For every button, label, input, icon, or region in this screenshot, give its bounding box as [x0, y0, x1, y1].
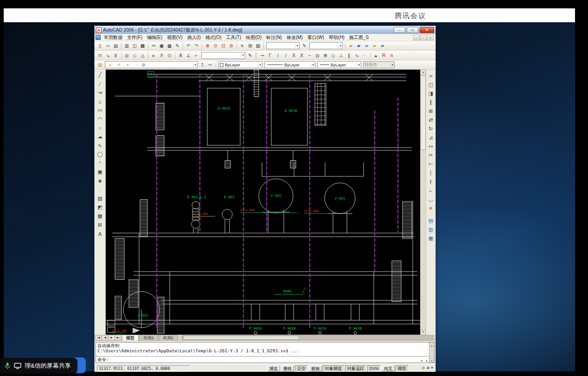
copy-button[interactable]: ◫	[426, 80, 435, 89]
osnap-midpoint-icon[interactable]: /	[282, 52, 290, 59]
osnap-from-icon[interactable]: Γ	[266, 52, 274, 59]
status-toggle-栅格[interactable]: 栅格	[281, 365, 294, 371]
open-button[interactable]: ▱	[104, 42, 112, 50]
tab-模型[interactable]: 模型	[122, 335, 139, 341]
fillet-button[interactable]: ◡	[426, 195, 435, 204]
menu-item-10[interactable]: 窗口(W)	[305, 34, 326, 41]
horizontal-scrollbar[interactable]	[182, 335, 434, 340]
cut-button[interactable]: ✂	[150, 42, 158, 50]
redline-icon[interactable]: R	[380, 52, 388, 59]
title-bar[interactable]: A AutoCAD 2006 - [G:\广石化(6)20240427聚源\6-…	[95, 26, 435, 34]
sheet-icon-5[interactable]: ▰	[378, 42, 386, 50]
status-toggle-正交[interactable]: 正交	[295, 365, 308, 371]
menu-item-0[interactable]: 常用数据	[102, 34, 125, 41]
zoom-previous-button[interactable]: ⊘	[227, 42, 235, 50]
dropdown-arrow-icon[interactable]: ▾	[338, 44, 341, 48]
osnap-parallel-icon[interactable]: ∥	[345, 52, 353, 59]
lineweight-combo[interactable]: ByLayer ▾	[317, 61, 361, 68]
dropdown-arrow-icon[interactable]: ▾	[311, 63, 314, 67]
osnap-extension-icon[interactable]: −	[306, 52, 313, 59]
tab-布局2[interactable]: 布局2	[159, 335, 178, 341]
layer-on-icon[interactable]: ●	[106, 61, 114, 69]
arc-button[interactable]: ◠	[96, 115, 104, 123]
draworder-above-button[interactable]: ▦	[426, 234, 435, 243]
menu-item-7[interactable]: 绘图(D)	[243, 34, 264, 41]
properties-button[interactable]: ≡	[238, 42, 246, 50]
zoom-window-button[interactable]: ⊡	[219, 42, 227, 50]
tab-first-button[interactable]: |◀	[96, 335, 102, 340]
area-tool-icon[interactable]: ⌐	[192, 52, 200, 59]
menu-item-12[interactable]: 施工图_S	[347, 34, 371, 41]
menu-item-3[interactable]: 视图(V)	[165, 34, 185, 41]
notes-icon[interactable]: n	[388, 52, 396, 59]
ellipse-arc-button[interactable]: ◜	[96, 159, 104, 168]
redo-button[interactable]: ↷	[192, 42, 200, 50]
osnap-track-icon[interactable]: ⊸	[258, 52, 266, 59]
doc-minimize-button[interactable]: –	[413, 35, 420, 40]
sheet-icon-3[interactable]: ▰	[363, 42, 371, 50]
quick-dim-combo[interactable]: ▾	[201, 52, 245, 59]
osnap-intersection-icon[interactable]: X	[290, 52, 298, 59]
angle-tool-icon[interactable]: ∠	[185, 52, 192, 59]
gradient-button[interactable]: ◩	[96, 203, 104, 212]
status-toggle-DYN[interactable]: DYN	[367, 365, 381, 371]
scale-button[interactable]: ⊿	[426, 133, 435, 142]
doc-restore-button[interactable]: ▫	[420, 35, 427, 40]
toolbar-grip[interactable]	[256, 52, 257, 59]
style-edit-button[interactable]: ✎	[300, 42, 308, 50]
construction-line-button[interactable]: ∕	[96, 79, 104, 88]
ucs-icon[interactable]: ⊓	[96, 52, 104, 59]
plot-button[interactable]: ▥	[123, 42, 131, 50]
close-button[interactable]: ✕	[420, 27, 434, 33]
draworder-front-button[interactable]: ▤	[426, 216, 435, 225]
new-button[interactable]: ▯	[96, 42, 104, 50]
break-at-point-button[interactable]: ∣	[426, 169, 435, 177]
status-toggle-对象捕捉[interactable]: 对象捕捉	[323, 365, 344, 371]
insert-block-button[interactable]: ▣	[96, 168, 104, 176]
dim-style-combo[interactable]: ▾	[309, 42, 343, 49]
tab-prev-button[interactable]: ◀	[102, 335, 108, 340]
osnap-apparent-icon[interactable]: X	[298, 52, 306, 59]
undo-button[interactable]: ↶	[185, 42, 192, 50]
polyline-button[interactable]: ↝	[96, 88, 104, 97]
extend-button[interactable]: ⊢	[426, 160, 435, 169]
layer-freeze-icon[interactable]: ☀	[115, 61, 123, 69]
status-toggle-线宽[interactable]: 线宽	[382, 365, 395, 371]
layer-flag-icon[interactable]: ▸	[150, 52, 158, 59]
osnap-endpoint-icon[interactable]: /	[274, 52, 282, 59]
dropdown-arrow-icon[interactable]: ▾	[295, 44, 298, 48]
spline-button[interactable]: ∿	[96, 141, 104, 150]
dropdown-arrow-icon[interactable]: ▾	[241, 53, 244, 57]
menu-item-4[interactable]: 插入(I)	[185, 34, 203, 41]
tool-palettes-button[interactable]: ▧	[254, 42, 262, 50]
ellipse-button[interactable]: ◯	[96, 150, 104, 159]
make-block-button[interactable]: ◈	[96, 176, 104, 185]
match-properties-button[interactable]: ✎	[173, 42, 181, 50]
toolbar-lock-icon[interactable]: ◆	[427, 365, 430, 370]
status-toggle-对象追踪[interactable]: 对象追踪	[345, 365, 366, 371]
osnap-center-icon[interactable]: ◎	[313, 52, 321, 59]
osnap-perpendicular-icon[interactable]: ⊥	[337, 52, 345, 59]
explode-button[interactable]: ∗	[426, 204, 435, 213]
snap-quadrant-icon[interactable]: ◇	[131, 52, 139, 59]
plot-preview-button[interactable]: ◫	[131, 42, 139, 50]
drawing-canvas[interactable]: A-901AA-901BE-901/1,2E-903V-902V-901V-90…	[106, 70, 420, 335]
layer-color-swatch[interactable]: ▫	[133, 61, 141, 69]
snap-node-icon[interactable]: ⊙	[166, 52, 173, 59]
scrollbar-thumb[interactable]	[421, 76, 426, 150]
mtext-button[interactable]: A	[96, 229, 104, 238]
dropdown-arrow-icon[interactable]: ▾	[258, 63, 261, 67]
hscrollbar-thumb[interactable]	[183, 336, 299, 340]
sheet-icon-4[interactable]: ▰	[371, 42, 378, 50]
osnap-node-icon[interactable]: ·	[361, 52, 369, 59]
draworder-back-button[interactable]: ▥	[426, 225, 435, 234]
scroll-down-icon[interactable]: ▼	[429, 358, 434, 363]
rotate-button[interactable]: ↻	[426, 124, 435, 133]
mirror-button[interactable]: ◨	[426, 89, 435, 98]
osnap-settings-icon[interactable]: ▴	[372, 52, 380, 59]
tab-next-button[interactable]: ▶	[109, 335, 115, 340]
menu-item-8[interactable]: 标注(N)	[264, 34, 284, 41]
hatch-button[interactable]: ▨	[96, 194, 104, 203]
color-combo[interactable]: ByLayer ▾	[218, 61, 262, 68]
layer-lock-icon[interactable]: ▪	[124, 61, 132, 69]
